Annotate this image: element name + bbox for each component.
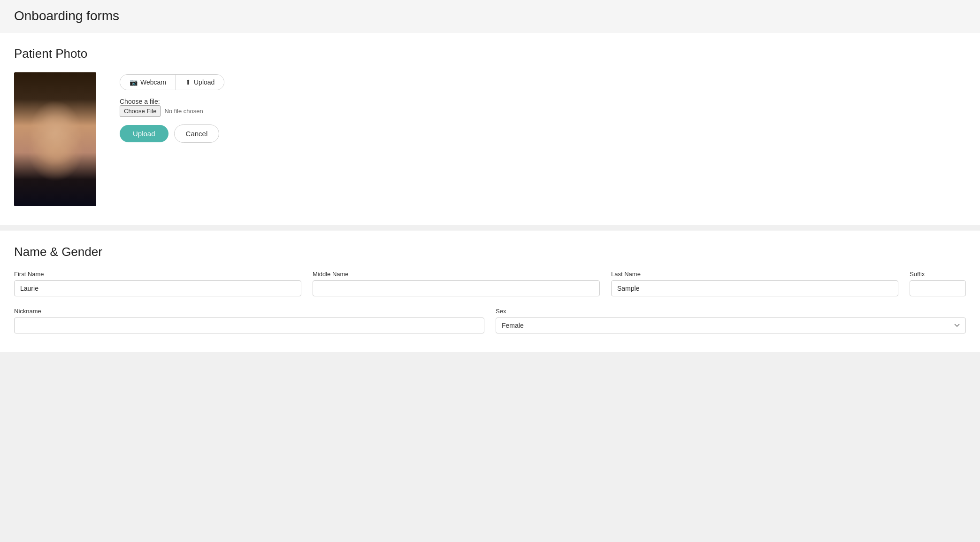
file-input-row: Choose File No file chosen bbox=[120, 105, 224, 117]
middle-name-input[interactable] bbox=[313, 280, 600, 296]
photo-face bbox=[14, 72, 96, 206]
suffix-input[interactable] bbox=[910, 280, 966, 296]
page-title: Onboarding forms bbox=[14, 8, 966, 23]
patient-photo-title: Patient Photo bbox=[14, 46, 966, 61]
choose-file-label: Choose a file: bbox=[120, 98, 224, 105]
first-name-label: First Name bbox=[14, 271, 301, 278]
first-name-field: First Name bbox=[14, 271, 301, 296]
last-name-label: Last Name bbox=[611, 271, 898, 278]
middle-name-label: Middle Name bbox=[313, 271, 600, 278]
cancel-button[interactable]: Cancel bbox=[174, 124, 220, 143]
upload-action-button[interactable]: Upload bbox=[120, 125, 168, 142]
webcam-button[interactable]: 📷 Webcam bbox=[120, 75, 176, 90]
suffix-field: Suffix bbox=[910, 271, 966, 296]
upload-mode-label: Upload bbox=[194, 78, 214, 86]
sex-select[interactable]: Female Male Unknown Other bbox=[496, 317, 966, 333]
patient-photo-section: Patient Photo 📷 Webcam bbox=[0, 32, 980, 225]
first-name-input[interactable] bbox=[14, 280, 301, 296]
photo-mode-toggle: 📷 Webcam ⬆ Upload bbox=[120, 74, 224, 90]
patient-photo bbox=[14, 72, 96, 206]
sex-field: Sex Female Male Unknown Other bbox=[496, 308, 966, 333]
last-name-field: Last Name bbox=[611, 271, 898, 296]
suffix-label: Suffix bbox=[910, 271, 966, 278]
name-gender-section: Name & Gender First Name Middle Name Las… bbox=[0, 231, 980, 352]
main-content: Patient Photo 📷 Webcam bbox=[0, 32, 980, 352]
middle-name-field: Middle Name bbox=[313, 271, 600, 296]
photo-controls: 📷 Webcam ⬆ Upload Choose a file: Choose … bbox=[120, 72, 224, 143]
nickname-label: Nickname bbox=[14, 308, 484, 315]
name-gender-title: Name & Gender bbox=[14, 245, 966, 259]
name-fields-row: First Name Middle Name Last Name Suffix bbox=[14, 271, 966, 296]
choose-file-button[interactable]: Choose File bbox=[120, 105, 161, 117]
patient-photo-container bbox=[14, 72, 96, 206]
upload-icon: ⬆ bbox=[185, 78, 191, 86]
upload-cancel-row: Upload Cancel bbox=[120, 124, 224, 143]
camera-icon: 📷 bbox=[130, 78, 138, 86]
choose-file-section: Choose a file: Choose File No file chose… bbox=[120, 98, 224, 117]
sex-label: Sex bbox=[496, 308, 966, 315]
no-file-text: No file chosen bbox=[164, 108, 203, 115]
last-name-input[interactable] bbox=[611, 280, 898, 296]
nickname-input[interactable] bbox=[14, 317, 484, 333]
nickname-field: Nickname bbox=[14, 308, 484, 333]
upload-mode-button[interactable]: ⬆ Upload bbox=[176, 75, 224, 90]
page-header: Onboarding forms bbox=[0, 0, 980, 32]
photo-section-body: 📷 Webcam ⬆ Upload Choose a file: Choose … bbox=[14, 72, 966, 206]
nickname-sex-row: Nickname Sex Female Male Unknown Other bbox=[14, 308, 966, 333]
webcam-label: Webcam bbox=[140, 78, 166, 86]
